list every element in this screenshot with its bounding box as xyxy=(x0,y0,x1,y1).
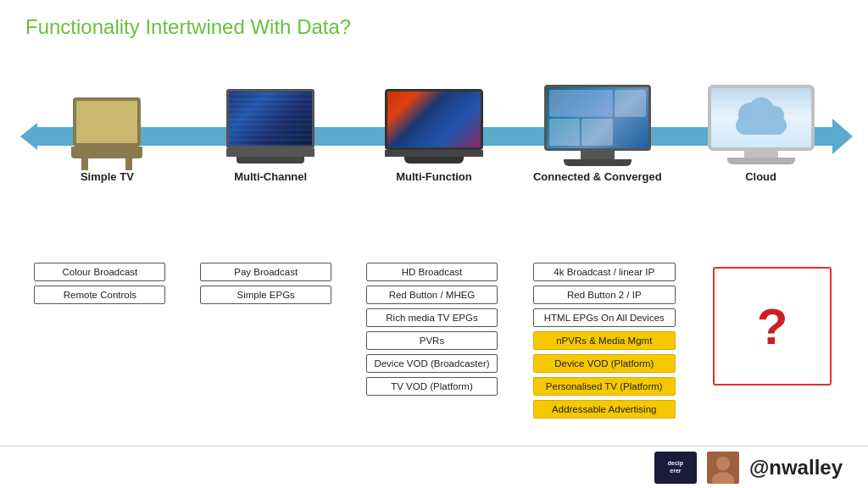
decipherer-logo-text: deciperer xyxy=(666,458,685,476)
device-multi-channel: Multi-Channel xyxy=(198,89,342,183)
feature-col-cloud: ? xyxy=(704,263,840,419)
decipherer-logo: deciperer xyxy=(654,452,697,484)
tv-body xyxy=(71,147,142,158)
avatar xyxy=(707,452,739,484)
tile-1 xyxy=(549,90,613,117)
tv-conn-base xyxy=(564,159,632,166)
feature-rich-media-epgs: Rich media TV EPGs xyxy=(366,308,498,327)
tv-mc-base xyxy=(236,157,304,164)
device-connected: Connected & Converged xyxy=(526,85,670,183)
feature-4k-broadcast: 4k Broadcast / linear IP xyxy=(533,263,676,281)
tile-4 xyxy=(581,119,613,146)
tv-cloud-base xyxy=(727,158,795,164)
device-label-mf: Multi-Function xyxy=(396,170,472,183)
tv-leg-right xyxy=(125,158,132,170)
device-label-cloud: Cloud xyxy=(745,170,776,183)
feature-npvrs: nPVRs & Media Mgmt xyxy=(533,331,676,350)
feature-simple-epgs: Simple EPGs xyxy=(200,286,331,304)
device-label-simple: Simple TV xyxy=(81,170,134,183)
tv-conn-screen xyxy=(544,85,651,151)
feature-colour-broadcast: Colour Broadcast xyxy=(34,263,165,281)
question-box: ? xyxy=(713,267,832,385)
tv-conn-illustration xyxy=(542,85,653,165)
twitter-handle: @nwalley xyxy=(749,456,843,480)
feature-pay-broadcast: Pay Broadcast xyxy=(200,263,331,281)
tv-legs xyxy=(81,158,132,170)
device-cloud: Cloud xyxy=(689,85,833,183)
device-label-conn: Connected & Converged xyxy=(533,170,662,183)
feature-device-vod-platform: Device VOD (Platform) xyxy=(533,354,676,373)
feature-red-button-mheg: Red Button / MHEG xyxy=(366,286,498,304)
feature-remote-controls: Remote Controls xyxy=(34,286,165,304)
tile-3 xyxy=(549,119,581,146)
feature-personalised-tv: Personalised TV (Platform) xyxy=(533,377,676,396)
tv-mf-stand xyxy=(385,150,483,157)
tv-mc-screen xyxy=(226,89,314,148)
feature-col-mc: Pay Broadcast Simple EPGs xyxy=(194,263,338,419)
device-label-mc: Multi-Channel xyxy=(234,170,307,183)
tv-cloud-stand xyxy=(744,151,778,158)
page-title: Functionality Intertwined With Data? xyxy=(0,0,868,39)
svg-point-1 xyxy=(716,457,730,470)
device-simple-tv: Simple TV xyxy=(35,97,179,183)
device-multi-function: Multi-Function xyxy=(362,89,506,183)
cloud-shape xyxy=(732,101,791,135)
feature-col-conn: 4k Broadcast / linear IP Red Button 2 / … xyxy=(526,263,682,419)
feature-hd-broadcast: HD Broadcast xyxy=(366,263,498,281)
tv-mc-illustration xyxy=(224,89,317,165)
cloud-body xyxy=(736,116,787,135)
tile-2 xyxy=(615,90,646,117)
tv-mc-screen-inner xyxy=(229,92,312,146)
feature-html-epgs: HTML EPGs On All Devices xyxy=(533,308,676,327)
tv-leg-left xyxy=(81,158,88,170)
features-row: Colour Broadcast Remote Controls Pay Bro… xyxy=(0,263,868,419)
devices-row: Simple TV Multi-Channel Multi-Function xyxy=(0,85,868,183)
feature-red-button-2: Red Button 2 / IP xyxy=(533,286,676,304)
feature-col-simple: Colour Broadcast Remote Controls xyxy=(28,263,172,419)
tv-cloud-illustration xyxy=(706,85,816,165)
feature-addressable-advertising: Addressable Advertising xyxy=(533,400,676,419)
tv-conn-screen-inner xyxy=(547,87,648,148)
bottom-bar: deciperer @nwalley xyxy=(0,446,868,488)
tv-conn-stand xyxy=(581,151,615,159)
tv-mf-base xyxy=(404,157,464,164)
feature-tv-vod-platform: TV VOD (Platform) xyxy=(366,377,498,396)
tv-cloud-screen xyxy=(708,85,815,151)
tv-mf-screen xyxy=(385,89,483,150)
feature-col-mf: HD Broadcast Red Button / MHEG Rich medi… xyxy=(359,263,504,419)
question-mark: ? xyxy=(757,297,788,356)
tv-simple-illustration xyxy=(69,97,145,165)
tv-mf-illustration xyxy=(383,89,485,165)
feature-pvrs: PVRs xyxy=(366,331,498,350)
tv-mc-stand xyxy=(226,148,314,157)
tv-screen xyxy=(73,97,141,147)
feature-device-vod-broadcaster: Device VOD (Broadcaster) xyxy=(366,354,498,373)
